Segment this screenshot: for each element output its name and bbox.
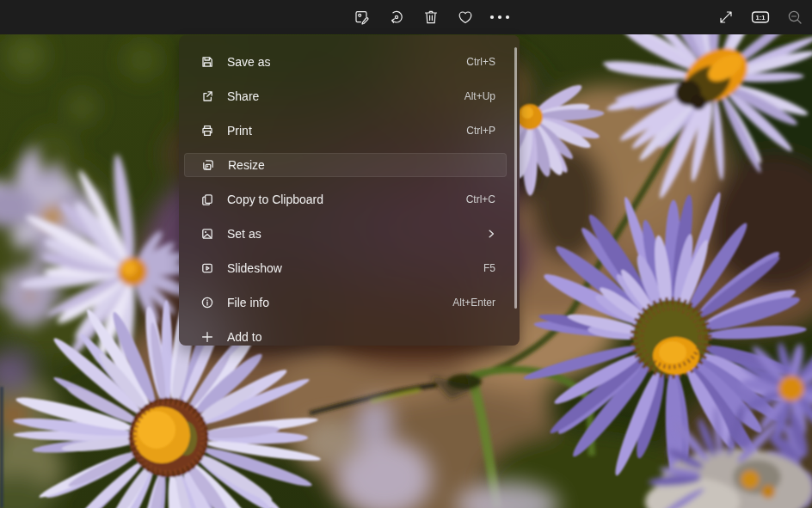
svg-text:1:1: 1:1 [756, 14, 766, 21]
